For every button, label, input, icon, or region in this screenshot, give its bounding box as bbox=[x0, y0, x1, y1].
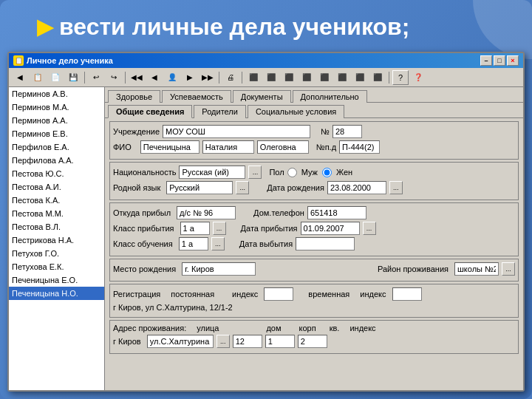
rodnoy-dots-btn[interactable]: ... bbox=[236, 181, 249, 194]
toolbar-icons6[interactable]: ⬛ bbox=[334, 70, 350, 85]
nacional-label: Национальность bbox=[113, 168, 176, 177]
form-row-adres-header: Адрес проживания: улица дом корп кв. инд… bbox=[113, 324, 515, 332]
pol-zhen-radio[interactable] bbox=[322, 168, 332, 177]
list-item[interactable]: Пестрикова Н.А. bbox=[9, 233, 104, 247]
list-item[interactable]: Петухова Е.К. bbox=[9, 260, 104, 273]
adres-ulica-input[interactable] bbox=[147, 335, 214, 348]
list-item[interactable]: Перфилова А.А. bbox=[9, 154, 104, 167]
list-item[interactable]: Пестова М.М. bbox=[9, 207, 104, 220]
dom-tel-input[interactable] bbox=[307, 206, 366, 219]
list-item[interactable]: Петухов Г.О. bbox=[9, 247, 104, 260]
adres-dots-btn[interactable]: ... bbox=[216, 335, 230, 348]
data-rozh-input[interactable] bbox=[327, 181, 386, 194]
list-item-selected[interactable]: Печеницына Н.О. bbox=[9, 287, 104, 300]
toolbar-save[interactable]: 💾 bbox=[65, 70, 81, 85]
list-item[interactable]: Пестова Ю.С. bbox=[9, 167, 104, 180]
uchrezhdenie-section: Учреждение № ФИО №п.д bbox=[109, 121, 519, 160]
adres-korp-input[interactable] bbox=[265, 335, 295, 348]
toolbar-icons3[interactable]: ⬛ bbox=[281, 70, 297, 85]
list-item[interactable]: Пестова В.Л. bbox=[9, 220, 104, 233]
toolbar-icons4[interactable]: ⬛ bbox=[299, 70, 315, 85]
klass-prib-dots-btn[interactable]: ... bbox=[213, 222, 226, 235]
registr-ind1-input[interactable] bbox=[264, 287, 293, 301]
toolbar-undo[interactable]: ↩ bbox=[88, 70, 104, 85]
nomer-input[interactable] bbox=[332, 125, 362, 138]
data-vyb-input[interactable] bbox=[296, 237, 355, 250]
pol-muzh-radio[interactable] bbox=[287, 168, 297, 177]
registr-ind2-input[interactable] bbox=[392, 287, 422, 301]
list-item[interactable]: Перминов Е.В. bbox=[9, 127, 104, 140]
close-button[interactable]: × bbox=[507, 55, 519, 66]
data-prib-dots-btn[interactable]: ... bbox=[363, 222, 376, 235]
form-row-mesto: Место рождения Район проживания ... bbox=[113, 262, 515, 276]
kv-label-header: кв. bbox=[330, 324, 340, 332]
toolbar-person[interactable]: 👤 bbox=[164, 70, 180, 85]
imya-input[interactable] bbox=[202, 140, 254, 154]
rodnoy-input[interactable] bbox=[166, 181, 233, 194]
help-button[interactable]: ? bbox=[392, 70, 409, 85]
toolbar-nav-left[interactable]: ◀◀ bbox=[129, 70, 145, 85]
adres-dom-input[interactable] bbox=[233, 335, 262, 348]
otkuda-input[interactable] bbox=[177, 206, 236, 219]
nomer-dela-input[interactable] bbox=[339, 140, 380, 154]
minimize-button[interactable]: – bbox=[480, 55, 492, 66]
nomer-dela-label: №п.д bbox=[316, 143, 336, 151]
tab-obshhie-svedeniya[interactable]: Общие сведения bbox=[108, 105, 192, 118]
form-area: Учреждение № ФИО №п.д bbox=[105, 118, 523, 390]
klass-obu-dots-btn[interactable]: ... bbox=[211, 237, 225, 250]
toolbar-nav-prev[interactable]: ◀ bbox=[146, 70, 163, 85]
nacional-dots-btn[interactable]: ... bbox=[248, 166, 262, 179]
toolbar-back[interactable]: ◀ bbox=[12, 70, 28, 85]
restore-button[interactable]: □ bbox=[494, 55, 505, 66]
klass-prib-input[interactable] bbox=[180, 222, 210, 235]
tab-documenty[interactable]: Документы bbox=[233, 90, 291, 103]
window-controls: – □ × bbox=[480, 55, 519, 66]
toolbar-redo[interactable]: ↪ bbox=[106, 70, 122, 85]
pribyl-section: Откуда прибыл Дом.телефон Класс прибытия… bbox=[109, 202, 519, 256]
familiya-input[interactable] bbox=[140, 140, 200, 154]
toolbar-icons5[interactable]: ⬛ bbox=[316, 70, 332, 85]
nacional-input[interactable] bbox=[179, 166, 245, 179]
toolbar-help2[interactable]: ❓ bbox=[410, 70, 426, 85]
tab-roditeli[interactable]: Родители bbox=[194, 105, 246, 118]
toolbar-copy2[interactable]: 📄 bbox=[47, 70, 64, 85]
tab-dopolnitelno[interactable]: Дополнительно bbox=[293, 90, 367, 103]
uchrezhdenie-input[interactable] bbox=[163, 125, 310, 138]
korp-label-header: корп bbox=[299, 324, 316, 332]
toolbar-icons1[interactable]: ⬛ bbox=[245, 70, 262, 85]
tabs-top: Здоровье Успеваемость Документы Дополнит… bbox=[105, 87, 523, 103]
list-item[interactable]: Перминов М.А. bbox=[9, 100, 104, 114]
rayon-input[interactable] bbox=[454, 262, 499, 276]
toolbar-icons8[interactable]: ⬛ bbox=[369, 70, 386, 85]
rayon-dots-btn[interactable]: ... bbox=[502, 262, 515, 276]
list-item[interactable]: Перминов А.А. bbox=[9, 114, 104, 127]
dom-label-header: дом bbox=[266, 324, 281, 332]
toolbar-nav-right[interactable]: ▶▶ bbox=[200, 70, 216, 85]
dom-tel-label: Дом.телефон bbox=[253, 208, 304, 217]
mesto-input[interactable] bbox=[182, 262, 256, 276]
adres-proz-label: Адрес проживания: bbox=[113, 324, 186, 332]
tab-socialnye-usloviya[interactable]: Социальные условия bbox=[248, 105, 344, 118]
data-prib-input[interactable] bbox=[301, 222, 360, 235]
data-rozh-dots-btn[interactable]: ... bbox=[389, 181, 403, 194]
form-row-klass-obu: Класс обучения ... Дата выбытия bbox=[113, 237, 515, 250]
list-item[interactable]: Пестова А.И. bbox=[9, 180, 104, 194]
toolbar-icons7[interactable]: ⬛ bbox=[352, 70, 368, 85]
klass-obu-input[interactable] bbox=[179, 237, 208, 250]
form-row-klass-prib: Класс прибытия ... Дата прибытия ... bbox=[113, 222, 515, 235]
tab-zdorovye[interactable]: Здоровье bbox=[108, 90, 160, 103]
toolbar-nav-next[interactable]: ▶ bbox=[182, 70, 198, 85]
toolbar-print[interactable]: 🖨 bbox=[222, 70, 239, 85]
fio-label: ФИО bbox=[113, 143, 132, 151]
toolbar-copy1[interactable]: 📋 bbox=[30, 70, 46, 85]
otchestvo-input[interactable] bbox=[257, 140, 309, 154]
list-item[interactable]: Печеницына Е.О. bbox=[9, 273, 104, 287]
adres-kv-input[interactable] bbox=[298, 335, 327, 348]
list-item[interactable]: Перфилов Е.А. bbox=[9, 140, 104, 154]
otkuda-label: Откуда прибыл bbox=[113, 208, 171, 217]
list-item[interactable]: Пестова К.А. bbox=[9, 194, 104, 207]
list-item[interactable]: Перминов А.В. bbox=[9, 87, 104, 100]
toolbar-sep5 bbox=[389, 72, 389, 83]
toolbar-icons2[interactable]: ⬛ bbox=[263, 70, 279, 85]
tab-uspevamost[interactable]: Успеваемость bbox=[162, 90, 231, 103]
